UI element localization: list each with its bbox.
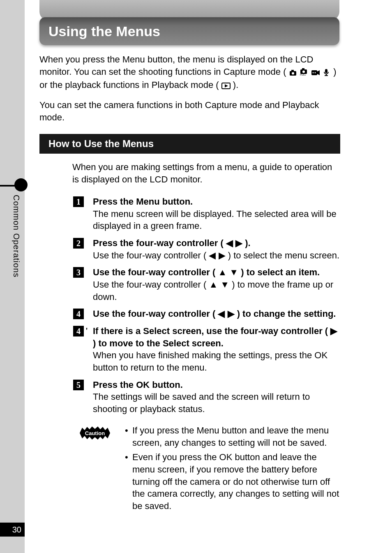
step-3-title: Use the four-way controller ( ▲ ▼ ) to s… <box>93 266 340 279</box>
caution-list: If you press the Menu button and leave t… <box>125 424 340 512</box>
step-2-title: Press the four-way controller ( ◀ ▶ ). <box>93 237 340 249</box>
step-4-prime: 4 ' If there is a Select screen, use the… <box>93 325 340 374</box>
step-3-body-a: Use the four-way controller ( <box>93 279 206 290</box>
side-tab: Common Operations <box>0 179 25 286</box>
left-arrow-icon: ◀ <box>226 237 233 249</box>
step-2-title-a: Press the four-way controller ( <box>93 238 224 248</box>
camera-icon <box>289 67 297 79</box>
caution-badge-icon: Caution <box>79 425 111 441</box>
step-5: 5 Press the OK button. The settings will… <box>93 379 340 415</box>
step-2-body: Use the four-way controller ( ◀ ▶ ) to s… <box>93 249 340 262</box>
svg-text:Caution: Caution <box>85 430 105 436</box>
right-arrow-icon: ▶ <box>235 237 242 249</box>
step-4p-title-b: ) to move to the Select screen. <box>93 338 224 348</box>
step-4p-title-a: If there is a Select screen, use the fou… <box>93 326 328 336</box>
step-number: 2 <box>73 238 84 249</box>
left-arrow-icon: ◀ <box>218 308 225 320</box>
right-arrow-icon: ▶ <box>228 308 235 320</box>
step-4p-body: When you have finished making the settin… <box>93 349 340 373</box>
intro-paragraph-1: When you press the Menu button, the menu… <box>39 53 340 92</box>
intro-1c: ). <box>233 80 238 90</box>
step-2-title-b: ). <box>245 238 250 248</box>
step-2: 2 Press the four-way controller ( ◀ ▶ ).… <box>93 237 340 261</box>
section-heading-bar: How to Use the Menus <box>39 134 340 154</box>
step-4p-num: 4 <box>76 327 81 336</box>
step-4-title-b: ) to change the setting. <box>237 309 336 319</box>
step-number: 4 <box>73 309 84 319</box>
step-4-title-a: Use the four-way controller ( <box>93 309 215 319</box>
step-3: 3 Use the four-way controller ( ▲ ▼ ) to… <box>93 266 340 303</box>
left-arrow-icon: ◀ <box>209 249 216 262</box>
steps-list: 1 Press the Menu button. The menu screen… <box>39 196 340 415</box>
step-1-title: Press the Menu button. <box>93 196 340 208</box>
down-arrow-icon: ▼ <box>220 279 229 291</box>
svg-marker-8 <box>317 70 320 75</box>
step-2-body-a: Use the four-way controller ( <box>93 250 206 260</box>
camera-full-icon: FULL <box>300 67 309 79</box>
play-icon <box>221 80 231 92</box>
intro-1a: When you press the Menu button, the menu… <box>39 54 314 77</box>
caution-section: Caution If you press the Menu button and… <box>81 424 340 512</box>
section-intro: When you are making settings from a menu… <box>72 161 340 185</box>
step-5-title: Press the OK button. <box>93 379 340 391</box>
side-tab-circle <box>14 178 28 191</box>
step-4: 4 Use the four-way controller ( ◀ ▶ ) to… <box>93 308 340 320</box>
svg-point-10 <box>314 72 316 73</box>
svg-rect-4 <box>302 68 304 70</box>
step-3-title-b: ) to select an item. <box>241 267 320 277</box>
page-content: When you press the Menu button, the menu… <box>39 53 340 515</box>
step-5-body: The settings will be saved and the scree… <box>93 391 340 415</box>
right-arrow-icon: ▶ <box>219 249 226 262</box>
up-arrow-icon: ▲ <box>209 279 218 291</box>
section-heading: How to Use the Menus <box>48 138 154 149</box>
page-title: Using the Menus <box>48 23 160 39</box>
voice-icon <box>323 67 331 79</box>
svg-point-9 <box>312 72 314 73</box>
step-4p-title: If there is a Select screen, use the fou… <box>93 325 340 349</box>
up-arrow-icon: ▲ <box>218 266 227 279</box>
step-3-title-a: Use the four-way controller ( <box>93 267 215 277</box>
svg-rect-1 <box>291 70 294 71</box>
step-1: 1 Press the Menu button. The menu screen… <box>93 196 340 232</box>
step-number: 1 <box>73 196 84 207</box>
side-chapter-label: Common Operations <box>12 195 21 278</box>
step-number: 3 <box>73 267 84 278</box>
step-2-body-b: ) to select the menu screen. <box>228 250 339 260</box>
caution-item-2: Even if you press the OK button and leav… <box>125 451 340 512</box>
svg-point-2 <box>292 72 294 74</box>
step-3-body: Use the four-way controller ( ▲ ▼ ) to m… <box>93 279 340 303</box>
right-arrow-icon: ▶ <box>330 325 337 337</box>
step-1-body: The menu screen will be displayed. The s… <box>93 208 340 232</box>
intro-paragraph-2: You can set the camera functions in both… <box>39 99 340 123</box>
svg-rect-7 <box>311 70 317 75</box>
svg-point-5 <box>302 70 305 73</box>
step-4-title: Use the four-way controller ( ◀ ▶ ) to c… <box>93 308 340 320</box>
prime-mark-icon: ' <box>85 325 88 336</box>
step-number: 4 ' <box>73 326 84 336</box>
step-number: 5 <box>73 380 84 390</box>
movie-icon <box>311 67 320 79</box>
svg-marker-15 <box>225 84 228 88</box>
svg-text:FULL: FULL <box>300 74 306 76</box>
page-title-band: Using the Menus <box>39 17 339 45</box>
down-arrow-icon: ▼ <box>229 266 238 279</box>
caution-item-1: If you press the Menu button and leave t… <box>125 424 340 449</box>
svg-rect-11 <box>325 69 327 73</box>
page-number: 30 <box>0 523 25 537</box>
